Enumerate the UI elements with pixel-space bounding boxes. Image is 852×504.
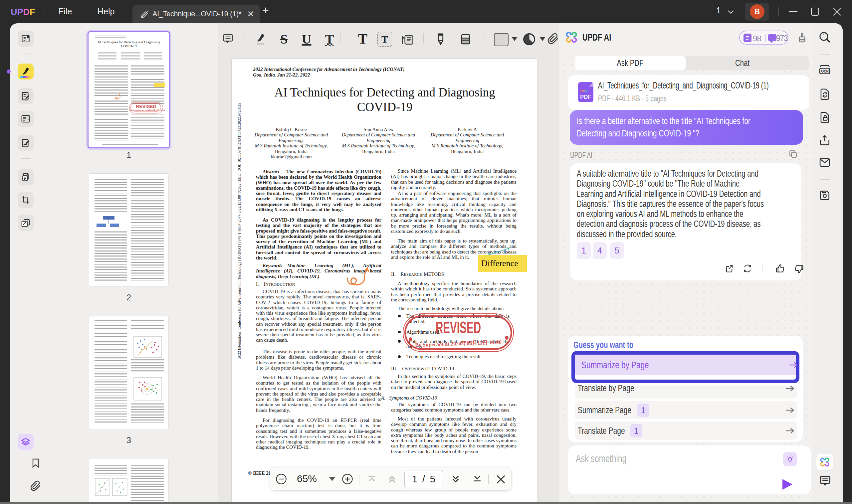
svg-text:OCR: OCR: [821, 70, 829, 73]
